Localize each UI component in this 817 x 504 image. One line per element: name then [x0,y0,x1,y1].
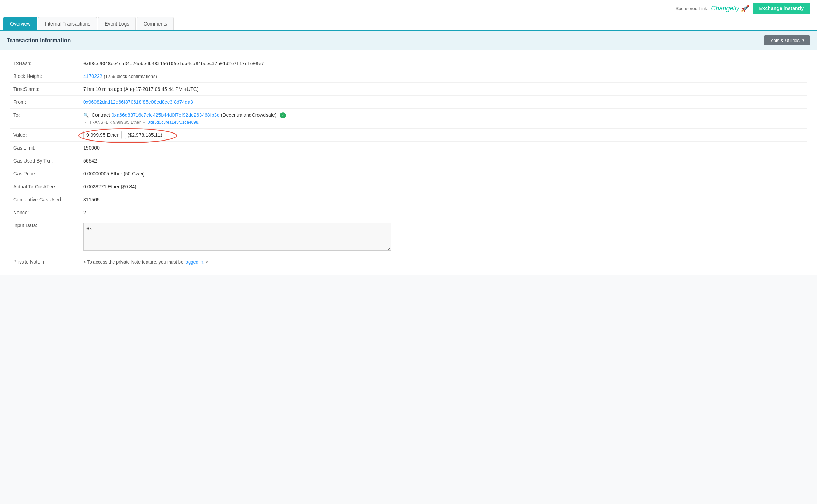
gas-used-value: 56542 [83,158,97,164]
main-content: TxHash: 0x08cd9048ee4ca34a76ebedb483156f… [0,50,817,275]
value-label: Value: [10,129,80,142]
to-row: To: 🔍 Contract 0xa66d83716c7cfe425b44d0f… [10,109,807,129]
cumulative-gas-row: Cumulative Gas Used: 311565 [10,193,807,206]
gas-limit-value: 150000 [83,145,100,151]
block-height-row: Block Height: 4170222 (1256 block confir… [10,70,807,83]
input-data-row: Input Data: [10,219,807,255]
block-confirmations: (1256 block confirmations) [104,74,157,79]
changelly-logo: Changelly 🚀 [711,5,748,12]
transfer-amount: 9,999.95 Ether [113,120,141,125]
to-contract-label: Contract [92,112,110,118]
actual-cost-label: Actual Tx Cost/Fee: [10,180,80,193]
value-usd: ($2,978,185.11) [125,131,165,139]
login-link[interactable]: logged in. [185,259,204,265]
exchange-button[interactable]: Exchange instantly [753,3,810,14]
block-height-label: Block Height: [10,70,80,83]
search-icon: 🔍 [83,113,89,118]
transfer-arrow: → [142,120,146,125]
nonce-value: 2 [83,210,86,215]
to-contract-name: (DecentralandCrowdsale) [221,112,277,118]
gas-price-label: Gas Price: [10,167,80,180]
value-container: 9,999.95 Ether ($2,978,185.11) [83,132,165,138]
actual-cost-row: Actual Tx Cost/Fee: 0.0028271 Ether ($0.… [10,180,807,193]
transfer-line: └ TRANSFER 9,999.95 Ether → 0xe5d0c3fea1… [83,120,804,125]
timestamp-row: TimeStamp: 7 hrs 10 mins ago (Aug-17-201… [10,83,807,96]
private-note-label: Private Note: i [10,255,80,268]
from-row: From: 0x96082dad12d66f870618f85e08ed8ce3… [10,96,807,109]
to-contract-line: 🔍 Contract 0xa66d83716c7cfe425b44d0f7ef9… [83,112,804,118]
tools-utilities-button[interactable]: Tools & Utilities ▼ [764,35,810,45]
cumulative-gas-value: 311565 [83,197,100,202]
tree-symbol: └ [83,120,86,125]
tab-overview[interactable]: Overview [3,17,37,30]
info-icon[interactable]: i [43,259,44,265]
value-ether: 9,999.95 Ether [83,131,122,139]
tab-event-logs[interactable]: Event Logs [98,17,136,30]
private-note-row: Private Note: i < To access the private … [10,255,807,268]
nonce-row: Nonce: 2 [10,206,807,219]
gas-limit-label: Gas Limit: [10,142,80,154]
top-bar: Sponsored Link: Changelly 🚀 Exchange ins… [0,0,817,17]
timestamp-value: 7 hrs 10 mins ago (Aug-17-2017 06:45:44 … [83,86,199,92]
tab-comments[interactable]: Comments [137,17,174,30]
transfer-to-link[interactable]: 0xe5d0c3fea1e5f01ca4098... [148,120,202,125]
from-label: From: [10,96,80,109]
tx-hash-label: TxHash: [10,57,80,70]
nonce-label: Nonce: [10,206,80,219]
chevron-down-icon: ▼ [802,38,805,42]
tab-internal-transactions[interactable]: Internal Transactions [38,17,97,30]
transfer-label: TRANSFER [89,120,112,125]
block-number-link[interactable]: 4170222 [83,73,102,79]
gas-used-row: Gas Used By Txn: 56542 [10,154,807,167]
timestamp-label: TimeStamp: [10,83,80,96]
sponsored-label: Sponsored Link: [675,6,708,11]
private-note-text: < To access the private Note feature, yo… [83,259,208,265]
transaction-table: TxHash: 0x08cd9048ee4ca34a76ebedb483156f… [10,57,807,268]
tabs-bar: Overview Internal Transactions Event Log… [0,17,817,31]
tx-hash-row: TxHash: 0x08cd9048ee4ca34a76ebedb483156f… [10,57,807,70]
gas-used-label: Gas Used By Txn: [10,154,80,167]
to-contract-address-link[interactable]: 0xa66d83716c7cfe425b44d0f7ef92de263468fb… [112,112,220,118]
gas-price-row: Gas Price: 0.00000005 Ether (50 Gwei) [10,167,807,180]
cumulative-gas-label: Cumulative Gas Used: [10,193,80,206]
gas-price-value: 0.00000005 Ether (50 Gwei) [83,171,145,177]
section-title: Transaction Information [7,37,71,44]
to-label: To: [10,109,80,129]
from-address-link[interactable]: 0x96082dad12d66f870618f85e08ed8ce3f8d74d… [83,99,193,105]
tx-hash-value: 0x08cd9048ee4ca34a76ebedb483156f05efdb4c… [83,61,264,66]
input-data-label: Input Data: [10,219,80,255]
section-header: Transaction Information Tools & Utilitie… [0,31,817,50]
verified-icon: ✓ [280,112,286,118]
gas-limit-row: Gas Limit: 150000 [10,142,807,154]
value-row: Value: 9,999.95 Ether ($2,978,185.11) [10,129,807,142]
actual-cost-value: 0.0028271 Ether ($0.84) [83,184,136,189]
input-data-textarea[interactable] [83,223,391,251]
